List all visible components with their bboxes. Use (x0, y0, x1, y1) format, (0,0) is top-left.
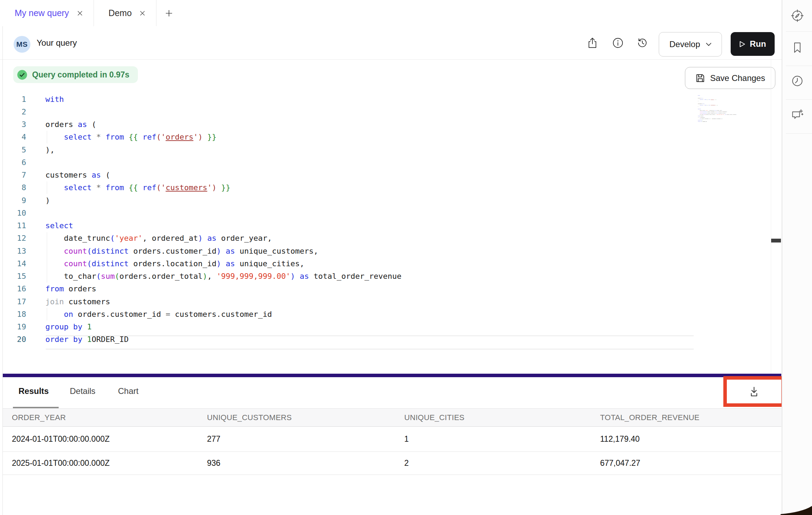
line-number: 13 (0, 247, 26, 255)
editor-minimap[interactable]: withorders as ( select * from {{ ref('or… (696, 95, 745, 124)
line-number: 17 (0, 297, 26, 306)
code-editor[interactable]: 1with23orders as (4 select * from {{ ref… (0, 93, 770, 346)
line-number: 19 (0, 322, 26, 331)
code-text: customers as ( (45, 171, 110, 179)
code-line-16[interactable]: 16from orders (0, 283, 770, 295)
code-line-7[interactable]: 7customers as ( (0, 169, 770, 181)
column-header: ORDER_YEAR (12, 409, 66, 426)
code-line-10[interactable]: 10 (0, 207, 770, 219)
tab-details[interactable]: Details (70, 386, 95, 396)
minimap-code: withorders as ( select * from {{ ref('or… (696, 95, 745, 122)
save-icon (695, 73, 706, 83)
code-text: select * from {{ ref('customers') }} (698, 104, 718, 105)
history-sidebar-button[interactable] (782, 70, 812, 91)
run-button[interactable]: Run (731, 32, 775, 56)
download-icon (747, 384, 761, 399)
results-tab-bar: Results Details Chart (0, 377, 781, 409)
line-number: 5 (0, 145, 26, 154)
code-line-2[interactable]: 2 (0, 105, 770, 118)
table-header-row: ORDER_YEARUNIQUE_CUSTOMERSUNIQUE_CITIEST… (2, 409, 781, 427)
code-line-11[interactable]: 11select (0, 219, 770, 232)
panel-divider[interactable] (2, 374, 781, 377)
code-text: customers as ( (698, 103, 705, 104)
line-number: 4 (0, 133, 26, 141)
code-text: on orders.customer_id = customers.custom… (45, 310, 272, 319)
line-number: 20 (0, 335, 26, 344)
code-text: orders as ( (698, 98, 703, 99)
new-tab-button[interactable] (156, 0, 180, 26)
line-number: 12 (0, 234, 26, 242)
download-results-button-highlighted[interactable] (723, 376, 785, 407)
code-text: date_trunc('year', ordered_at) as order_… (45, 234, 272, 242)
code-text: group by 1 (45, 322, 91, 331)
save-changes-button[interactable]: Save Changes (685, 67, 775, 89)
explore-button[interactable] (782, 5, 812, 26)
table-row[interactable]: 2024-01-01T00:00:00.000Z2771112,179.40 (2, 427, 781, 452)
tab-results[interactable]: Results (19, 386, 49, 396)
code-text: group by 1 (698, 119, 703, 120)
code-line-17[interactable]: 17join customers (0, 295, 770, 308)
sidebar-divider (786, 31, 812, 32)
close-icon[interactable] (77, 10, 83, 16)
code-text: join customers (698, 117, 705, 118)
code-line-5[interactable]: 5), (0, 143, 770, 156)
history-button[interactable] (636, 36, 649, 50)
minimap-line: order by 1ORDER_ID (696, 121, 745, 122)
code-text: with (45, 95, 64, 104)
code-line-3[interactable]: 3orders as ( (0, 118, 770, 131)
editor-scrollbar-thumb[interactable] (771, 239, 781, 242)
code-line-15[interactable]: 15 to_char(sum(orders.order_total), '999… (0, 270, 770, 283)
page-title: Your query (37, 26, 77, 59)
tab-my-new-query[interactable]: My new query (0, 0, 94, 26)
code-text: count(distinct orders.customer_id) as un… (698, 111, 727, 112)
share-icon (586, 37, 599, 49)
share-button[interactable] (586, 36, 599, 50)
table-row[interactable]: 2025-01-01T00:00:00.000Z9362677,047.27 (2, 452, 781, 475)
code-text: ) (45, 196, 50, 205)
develop-dropdown[interactable]: Develop (659, 32, 722, 57)
line-number: 3 (0, 120, 26, 129)
main-panel-left-border (2, 26, 3, 515)
code-text: join customers (45, 297, 110, 306)
tab-label: My new query (15, 8, 69, 18)
code-line-4[interactable]: 4 select * from {{ ref('orders') }} (0, 131, 770, 143)
code-line-12[interactable]: 12 date_trunc('year', ordered_at) as ord… (0, 232, 770, 245)
line-number: 18 (0, 310, 26, 319)
code-line-18[interactable]: 18 on orders.customer_id = customers.cus… (0, 308, 770, 320)
info-icon (612, 37, 624, 49)
close-icon[interactable] (139, 10, 146, 16)
table-cell: 1 (404, 427, 409, 451)
code-text: date_trunc('year', ordered_at) as order_… (698, 110, 722, 111)
table-cell: 2025-01-01T00:00:00.000Z (12, 452, 110, 475)
tab-chart[interactable]: Chart (118, 386, 139, 396)
code-line-14[interactable]: 14 count(distinct orders.location_id) as… (0, 257, 770, 270)
code-text: orders as ( (45, 120, 96, 129)
status-text: Query completed in 0.97s (32, 70, 130, 80)
code-line-9[interactable]: 9) (0, 194, 770, 207)
play-icon (739, 41, 745, 47)
code-text: count(distinct orders.location_id) as un… (45, 259, 304, 268)
code-text: ), (698, 100, 699, 102)
compass-icon (790, 8, 805, 23)
line-number: 16 (0, 284, 26, 293)
code-text: from orders (45, 284, 96, 293)
code-line-1[interactable]: 1with (0, 93, 770, 105)
code-text: select (698, 109, 701, 110)
code-text: with (698, 95, 700, 96)
tab-demo[interactable]: Demo (94, 0, 157, 26)
code-line-19[interactable]: 19group by 1 (0, 321, 770, 333)
table-cell: 677,047.27 (600, 452, 640, 475)
line-number: 11 (0, 221, 26, 230)
code-line-8[interactable]: 8 select * from {{ ref('customers') }} (0, 181, 770, 194)
code-text: select * from {{ ref('customers') }} (45, 183, 230, 192)
code-line-6[interactable]: 6 (0, 156, 770, 169)
code-line-13[interactable]: 13 count(distinct orders.customer_id) as… (0, 245, 770, 257)
info-button[interactable] (611, 36, 625, 50)
ai-assistant-button[interactable] (782, 105, 812, 126)
save-label: Save Changes (710, 73, 765, 83)
avatar: MS (14, 36, 30, 53)
tab-label: Demo (109, 8, 132, 18)
code-text: to_char(sum(orders.order_total), '999,99… (45, 272, 401, 281)
bookmarks-button[interactable] (782, 37, 812, 58)
check-circle-icon (17, 69, 28, 80)
